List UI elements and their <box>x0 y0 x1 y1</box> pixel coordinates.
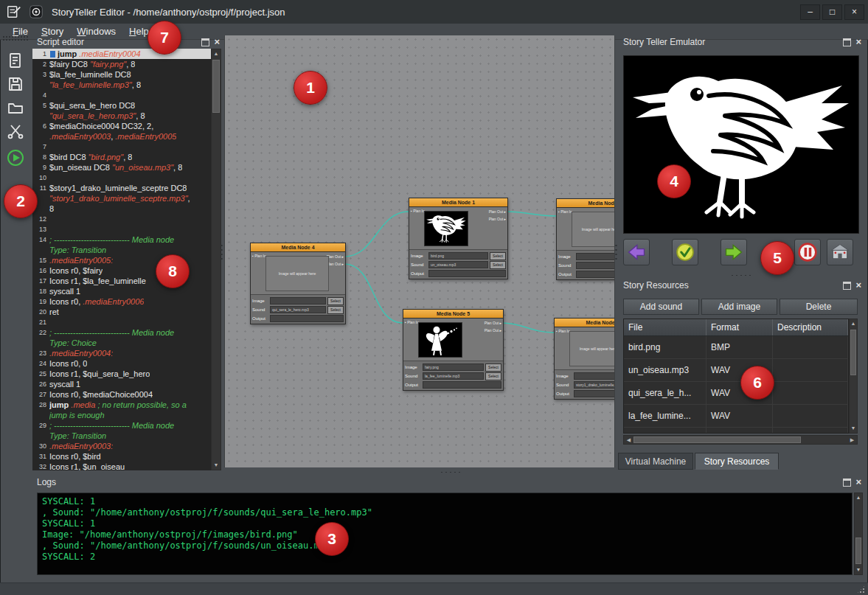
node-input-port[interactable]: ▪ Plan In <box>411 209 425 213</box>
close-panel-icon[interactable]: × <box>855 38 861 46</box>
add-sound-button[interactable]: Add sound <box>623 299 699 315</box>
resize-grip[interactable] <box>856 585 866 594</box>
pause-button[interactable] <box>794 239 821 265</box>
float-panel-icon[interactable] <box>201 38 209 46</box>
code-row: 30.mediaEntry0003: <box>32 441 212 451</box>
close-button[interactable]: × <box>844 4 864 20</box>
table-cell: WAV <box>706 405 773 427</box>
annotation-badge: 3 <box>315 522 349 556</box>
window-controls: – □ × <box>800 4 864 20</box>
add-image-button[interactable]: Add image <box>701 299 777 315</box>
media-node[interactable]: Media Node 2▪ Plan InPlan Out ▸Plan Out … <box>556 198 615 280</box>
scrollbar-handle[interactable] <box>633 436 801 443</box>
scroll-down-icon[interactable]: ▼ <box>212 461 221 470</box>
scroll-left-icon[interactable]: ◀ <box>624 436 633 444</box>
close-panel-icon[interactable]: × <box>855 282 861 289</box>
save-button[interactable] <box>7 75 24 93</box>
scroll-up-icon[interactable]: ▲ <box>850 319 857 328</box>
media-node[interactable]: Media Node 1▪ Plan InPlan Out ▸Plan Out … <box>409 198 508 279</box>
code-row: 1jump .mediaEntry0004 <box>32 49 212 59</box>
node-select-button[interactable]: Select <box>485 372 501 380</box>
splitter-handle[interactable] <box>440 470 460 474</box>
node-select-button[interactable]: Select <box>490 252 506 260</box>
node-output-port[interactable]: Plan Out ▸ <box>489 209 506 214</box>
float-panel-icon[interactable] <box>843 282 851 290</box>
node-select-button[interactable]: Select <box>327 297 344 305</box>
node-row-label: Output <box>558 272 574 276</box>
code-row: 5$qui_sera_le_hero DC8 <box>32 100 212 111</box>
table-row[interactable]: qui_sera_le_h...WAV <box>624 382 848 405</box>
node-row: Output <box>411 269 506 278</box>
node-output-port[interactable]: Plan Out ▸ <box>485 328 501 333</box>
column-file[interactable]: File <box>624 319 706 335</box>
media-node[interactable]: Media Node 4▪ Plan InPlan Out ▸Plan Out … <box>250 243 346 324</box>
resources-titlebar: Story Resources × <box>617 279 864 292</box>
table-row[interactable]: bird.pngBMP <box>624 336 848 359</box>
column-description[interactable]: Description <box>773 319 848 335</box>
node-output-port[interactable]: Plan Out ▸ <box>327 262 344 266</box>
validate-button[interactable] <box>672 239 698 265</box>
node-row-value: qui_sera_le_hero.mp3 <box>270 306 326 313</box>
scroll-down-icon[interactable]: ▼ <box>850 424 857 433</box>
back-button[interactable] <box>623 239 650 265</box>
node-select-button[interactable]: Select <box>485 363 501 372</box>
table-cell <box>773 405 848 427</box>
close-panel-icon[interactable]: × <box>855 479 861 486</box>
scroll-right-icon[interactable]: ▶ <box>847 436 857 444</box>
node-output-port[interactable]: Plan Out ▸ <box>489 217 506 221</box>
delete-button[interactable]: Delete <box>780 299 858 315</box>
code-row: Type: Transition <box>32 245 212 255</box>
column-format[interactable]: Format <box>706 319 773 335</box>
maximize-button[interactable]: □ <box>822 4 842 20</box>
minimize-button[interactable]: – <box>800 4 820 20</box>
node-input-port[interactable]: ▪ Plan In <box>556 329 570 333</box>
scroll-up-icon[interactable]: ▲ <box>855 493 862 502</box>
log-line: , Sound: "/home/anthony/ostproj/f/sounds… <box>42 507 847 518</box>
media-node[interactable]: Media Node 3▪ Plan InPlan Out ▸Plan Out … <box>554 318 615 400</box>
run-button[interactable] <box>7 149 24 167</box>
scroll-down-icon[interactable]: ▼ <box>855 566 862 574</box>
scrollbar-handle[interactable] <box>212 60 220 113</box>
table-cell <box>773 382 848 404</box>
home-button[interactable] <box>827 239 853 265</box>
scrollbar-handle[interactable] <box>855 537 861 564</box>
node-body: ▪ Plan InPlan Out ▸Plan Out ▸Image will … <box>555 327 615 370</box>
resources-table-scrollbar[interactable]: ▲ ▼ <box>849 319 858 434</box>
node-input-port[interactable]: ▪ Plan In <box>558 209 572 214</box>
node-row-label: Sound <box>252 307 268 312</box>
resources-title: Story Resources <box>623 280 843 290</box>
code-row: 27Icons r0, $mediaChoice0004 <box>32 389 212 400</box>
new-script-button[interactable] <box>7 52 24 69</box>
logs-scrollbar[interactable]: ▲ ▼ <box>854 493 863 575</box>
next-button[interactable] <box>721 239 747 265</box>
code-row: 18syscall 1 <box>32 286 212 296</box>
tab-story-resources[interactable]: Story Resources <box>695 453 779 470</box>
node-select-button[interactable]: Select <box>490 261 506 269</box>
node-input-port[interactable]: ▪ Plan In <box>405 320 419 324</box>
scrollbar-handle[interactable] <box>850 330 856 375</box>
float-panel-icon[interactable] <box>843 38 851 46</box>
titlebar[interactable]: StoryTeller Editor - /home/anthony/ostpr… <box>0 0 868 24</box>
node-row-label: Sound <box>405 374 421 378</box>
toolbar-drag-handle[interactable] <box>2 35 29 41</box>
node-input-port[interactable]: ▪ Plan In <box>252 254 266 258</box>
open-button[interactable] <box>7 99 24 116</box>
table-cell: un_oiseau.mp3 <box>624 359 706 381</box>
scissors-button[interactable] <box>7 122 24 140</box>
node-row-label: Output <box>411 271 427 276</box>
node-output-port[interactable]: Plan Out ▸ <box>327 254 344 259</box>
scroll-up-icon[interactable]: ▲ <box>212 49 221 58</box>
table-row[interactable]: fairy.pngBMP <box>624 428 848 434</box>
table-row[interactable]: la_fee_lumine...WAV <box>624 405 848 428</box>
splitter-handle[interactable] <box>220 243 223 261</box>
media-node[interactable]: Media Node 5▪ Plan InPlan Out ▸Plan Out … <box>403 309 504 391</box>
close-panel-icon[interactable]: × <box>214 38 220 46</box>
tab-virtual-machine[interactable]: Virtual Machine <box>618 453 693 470</box>
splitter-handle[interactable] <box>730 274 751 277</box>
node-output-port[interactable]: Plan Out ▸ <box>485 321 501 325</box>
float-panel-icon[interactable] <box>843 479 851 487</box>
node-canvas[interactable]: Media Node 4▪ Plan InPlan Out ▸Plan Out … <box>224 35 615 467</box>
node-select-button[interactable]: Select <box>327 306 344 314</box>
resources-table-hscrollbar[interactable]: ◀ ▶ <box>623 435 858 445</box>
table-row[interactable]: un_oiseau.mp3WAV <box>624 359 848 382</box>
